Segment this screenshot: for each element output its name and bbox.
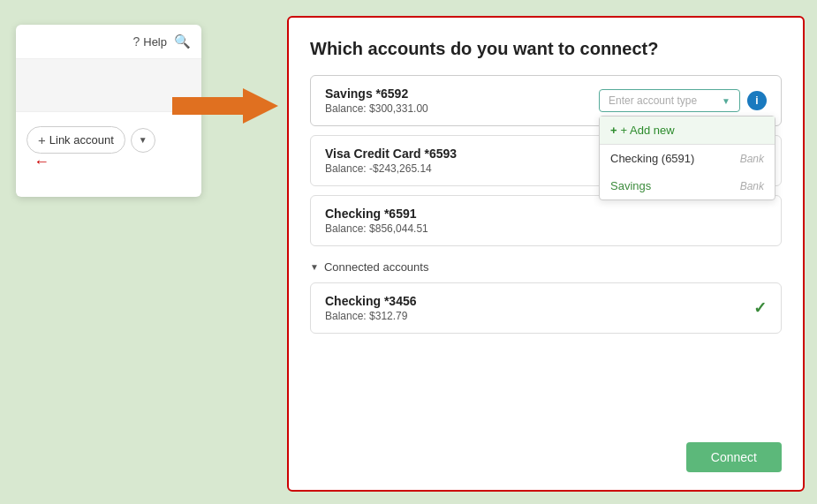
connected-checking-name: Checking *3456 (325, 294, 417, 308)
main-dialog: Which accounts do you want to connect? S… (287, 16, 805, 492)
help-label: Help (143, 35, 167, 49)
dropdown-chevron-icon: ▼ (722, 96, 730, 106)
search-icon[interactable]: 🔍 (174, 34, 191, 49)
checking-item-name: Checking (6591) (610, 152, 694, 165)
checking-item-type: Bank (740, 153, 764, 165)
checking-account-name: Checking *6591 (325, 207, 428, 221)
checking-item[interactable]: Checking (6591) Bank (600, 145, 775, 172)
visa-account-balance: Balance: -$243,265.14 (325, 162, 457, 175)
savings-item-name: Savings (610, 179, 651, 192)
orange-arrow (172, 84, 278, 128)
add-plus-icon: + (610, 124, 617, 137)
savings-account-info: Savings *6592 Balance: $300,331.00 (325, 87, 428, 115)
savings-account-name: Savings *6592 (325, 87, 428, 101)
account-type-dropdown: Enter account type ▼ + + Add new Checkin… (599, 89, 740, 112)
help-icon: ? (132, 34, 140, 49)
top-bar: ? Help 🔍 (16, 25, 201, 59)
connected-checking-card: Checking *3456 Balance: $312.79 ✓ (310, 282, 782, 334)
connected-checking-info: Checking *3456 Balance: $312.79 (325, 294, 417, 322)
savings-account-balance: Balance: $300,331.00 (325, 102, 428, 115)
connected-accounts-label: Connected accounts (324, 260, 429, 274)
connected-accounts-header: ▼ Connected accounts (310, 260, 782, 274)
savings-card-right: Enter account type ▼ + + Add new Checkin… (599, 89, 767, 112)
visa-account-name: Visa Credit Card *6593 (325, 147, 457, 161)
dialog-title: Which accounts do you want to connect? (310, 39, 782, 59)
savings-item[interactable]: Savings Bank (600, 172, 775, 199)
link-account-chevron[interactable]: ▼ (131, 128, 155, 153)
help-area: ? Help (132, 34, 167, 49)
checking-account-card: Checking *6591 Balance: $856,044.51 (310, 195, 782, 246)
link-account-button[interactable]: + Link account (26, 126, 125, 154)
orange-arrow-svg (172, 84, 278, 128)
dropdown-placeholder: Enter account type (609, 94, 697, 107)
dropdown-trigger[interactable]: Enter account type ▼ (599, 89, 740, 112)
connect-button[interactable]: Connect (686, 442, 782, 472)
checking-account-balance: Balance: $856,044.51 (325, 222, 428, 235)
connected-checking-balance: Balance: $312.79 (325, 310, 417, 322)
add-new-item[interactable]: + + Add new (600, 117, 775, 145)
visa-account-info: Visa Credit Card *6593 Balance: -$243,26… (325, 147, 457, 175)
checking-account-info: Checking *6591 Balance: $856,044.51 (325, 207, 428, 235)
savings-item-type: Bank (740, 180, 764, 192)
dropdown-menu: + + Add new Checking (6591) Bank Savings… (599, 116, 775, 200)
triangle-icon: ▼ (310, 262, 319, 272)
savings-account-card: Savings *6592 Balance: $300,331.00 Enter… (310, 75, 782, 126)
red-arrow-icon: ← (34, 153, 49, 171)
info-button[interactable]: i (747, 91, 767, 110)
connect-button-row: Connect (310, 432, 782, 472)
svg-marker-0 (172, 88, 278, 124)
connected-checkmark-icon: ✓ (753, 298, 767, 318)
link-account-label: Link account (49, 133, 114, 147)
plus-icon: + (38, 132, 46, 147)
add-new-label: + + Add new (610, 124, 675, 137)
